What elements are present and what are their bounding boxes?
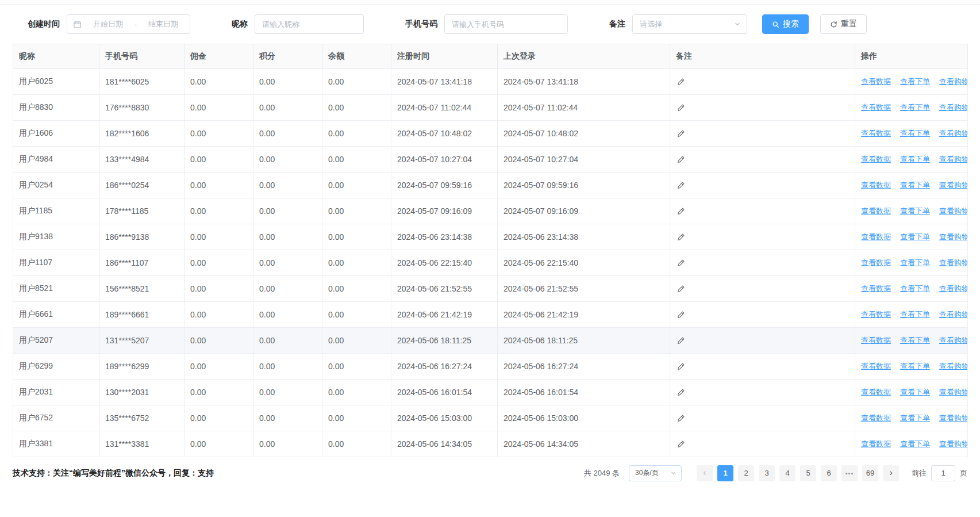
goto-suffix: 页 [960, 468, 967, 478]
page-button-1[interactable]: 1 [717, 465, 733, 481]
view-cart-link[interactable]: 查看购物车 [939, 362, 968, 370]
edit-remark-icon[interactable] [676, 387, 686, 397]
cell-commission: 0.00 [185, 380, 253, 405]
cell-nickname: 用户2031 [13, 380, 99, 405]
goto-page-input[interactable] [931, 465, 955, 481]
view-cart-link[interactable]: 查看购物车 [939, 284, 968, 293]
calendar-icon [73, 20, 82, 29]
edit-remark-icon[interactable] [676, 284, 686, 294]
create-time-label: 创建时间 [28, 19, 60, 29]
view-cart-link[interactable]: 查看购物车 [939, 129, 968, 137]
view-data-link[interactable]: 查看数据 [861, 284, 891, 293]
prev-page-button[interactable]: ‹ [697, 465, 713, 481]
cell-commission: 0.00 [185, 328, 253, 354]
view-data-link[interactable]: 查看数据 [861, 103, 891, 112]
cell-balance: 0.00 [322, 198, 391, 224]
cell-nickname: 用户4984 [13, 147, 99, 173]
edit-remark-icon[interactable] [676, 258, 686, 268]
view-orders-link[interactable]: 查看下单 [900, 181, 930, 189]
date-range-picker[interactable]: 开始日期 - 结束日期 [67, 14, 190, 34]
view-orders-link[interactable]: 查看下单 [900, 413, 930, 422]
cell-phone: 186****1107 [99, 250, 185, 276]
phone-input[interactable] [444, 14, 568, 34]
edit-remark-icon[interactable] [676, 206, 686, 216]
view-orders-link[interactable]: 查看下单 [900, 439, 930, 448]
view-data-link[interactable]: 查看数据 [861, 413, 891, 422]
page-button-4[interactable]: 4 [779, 465, 795, 481]
edit-remark-icon[interactable] [676, 154, 686, 164]
view-data-link[interactable]: 查看数据 [861, 181, 891, 189]
view-data-link[interactable]: 查看数据 [861, 258, 891, 267]
page-button-5[interactable]: 5 [800, 465, 816, 481]
view-cart-link[interactable]: 查看购物车 [939, 336, 968, 344]
view-orders-link[interactable]: 查看下单 [900, 336, 930, 344]
view-orders-link[interactable]: 查看下单 [900, 258, 930, 267]
view-cart-link[interactable]: 查看购物车 [939, 103, 968, 112]
view-orders-link[interactable]: 查看下单 [900, 206, 930, 215]
view-data-link[interactable]: 查看数据 [861, 155, 891, 163]
view-orders-link[interactable]: 查看下单 [900, 284, 930, 293]
view-orders-link[interactable]: 查看下单 [900, 103, 930, 112]
cell-last-login: 2024-05-06 14:34:05 [498, 431, 670, 457]
cell-phone: 189****6661 [99, 302, 185, 328]
view-cart-link[interactable]: 查看购物车 [939, 155, 968, 163]
page-button-3[interactable]: 3 [759, 465, 775, 481]
view-orders-link[interactable]: 查看下单 [900, 310, 930, 319]
view-data-link[interactable]: 查看数据 [861, 439, 891, 448]
view-data-link[interactable]: 查看数据 [861, 77, 891, 86]
view-data-link[interactable]: 查看数据 [861, 362, 891, 370]
cell-phone: 131****5207 [99, 328, 185, 354]
cell-balance: 0.00 [322, 328, 391, 354]
edit-remark-icon[interactable] [676, 128, 686, 139]
view-data-link[interactable]: 查看数据 [861, 206, 891, 215]
next-page-button[interactable]: › [883, 465, 899, 481]
reset-button[interactable]: 重置 [820, 14, 867, 34]
cell-nickname: 用户6752 [13, 405, 99, 431]
edit-remark-icon[interactable] [676, 102, 686, 113]
view-orders-link[interactable]: 查看下单 [900, 155, 930, 163]
page-size-select[interactable]: 30条/页 [629, 465, 682, 481]
nickname-input[interactable] [255, 14, 364, 34]
edit-remark-icon[interactable] [676, 180, 686, 190]
view-cart-link[interactable]: 查看购物车 [939, 232, 968, 241]
view-cart-link[interactable]: 查看购物车 [939, 206, 968, 215]
view-orders-link[interactable]: 查看下单 [900, 129, 930, 137]
edit-remark-icon[interactable] [676, 439, 686, 449]
page-button-2[interactable]: 2 [738, 465, 754, 481]
search-button[interactable]: 搜索 [762, 14, 809, 34]
view-data-link[interactable]: 查看数据 [861, 310, 891, 319]
edit-remark-icon[interactable] [676, 335, 686, 346]
view-orders-link[interactable]: 查看下单 [900, 232, 930, 241]
edit-remark-icon[interactable] [676, 413, 686, 423]
view-data-link[interactable]: 查看数据 [861, 129, 891, 137]
view-data-link[interactable]: 查看数据 [861, 388, 891, 396]
edit-remark-icon[interactable] [676, 232, 686, 242]
cell-last-login: 2024-05-07 09:59:16 [498, 173, 670, 198]
page-button-69[interactable]: 69 [862, 465, 878, 481]
view-data-link[interactable]: 查看数据 [861, 232, 891, 241]
view-orders-link[interactable]: 查看下单 [900, 77, 930, 86]
view-cart-link[interactable]: 查看购物车 [939, 413, 968, 422]
view-cart-link[interactable]: 查看购物车 [939, 310, 968, 319]
edit-remark-icon[interactable] [676, 361, 686, 372]
edit-remark-icon[interactable] [676, 76, 686, 87]
cell-remark [670, 328, 855, 354]
view-cart-link[interactable]: 查看购物车 [939, 258, 968, 267]
cell-actions: 查看数据 查看下单 查看购物车 [855, 224, 968, 250]
view-orders-link[interactable]: 查看下单 [900, 388, 930, 396]
cell-actions: 查看数据 查看下单 查看购物车 [855, 95, 968, 121]
table-header-row: 昵称 手机号码 佣金 积分 余额 注册时间 上次登录 备注 操作 [13, 44, 968, 69]
view-cart-link[interactable]: 查看购物车 [939, 439, 968, 448]
filter-group-phone: 手机号码 [405, 14, 568, 34]
view-cart-link[interactable]: 查看购物车 [939, 388, 968, 396]
page-button-6[interactable]: 6 [821, 465, 837, 481]
more-pages-button[interactable]: ••• [841, 465, 858, 481]
view-orders-link[interactable]: 查看下单 [900, 362, 930, 370]
cell-remark [670, 302, 855, 328]
edit-remark-icon[interactable] [676, 309, 686, 320]
remark-select[interactable]: 请选择 [632, 14, 747, 34]
view-cart-link[interactable]: 查看购物车 [939, 77, 968, 86]
view-cart-link[interactable]: 查看购物车 [939, 181, 968, 189]
view-data-link[interactable]: 查看数据 [861, 336, 891, 344]
cell-register-time: 2024-05-06 18:11:25 [391, 328, 498, 354]
